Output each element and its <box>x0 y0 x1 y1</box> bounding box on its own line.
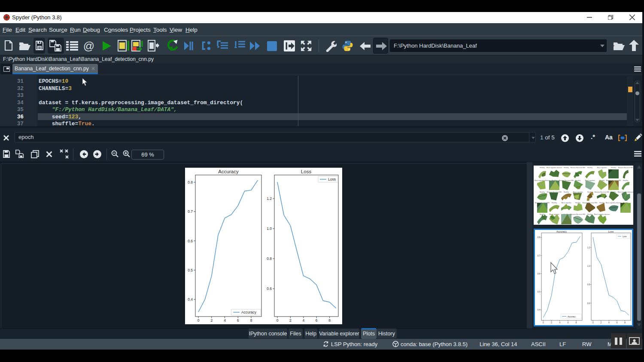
svg-text:2: 2 <box>289 318 292 323</box>
svg-text:0.8: 0.8 <box>538 236 541 238</box>
svg-text:Black sigatoka disease: Black sigatoka disease <box>547 167 562 169</box>
svg-text:0.5: 0.5 <box>538 291 541 293</box>
svg-text:0.6: 0.6 <box>538 273 541 275</box>
svg-text:Healthy: Healthy <box>540 167 545 169</box>
svg-text:Accuracy: Accuracy <box>218 169 239 174</box>
svg-text:4: 4 <box>302 318 304 323</box>
svg-text:Accuracy: Accuracy <box>568 316 576 318</box>
svg-text:Black sigatoka disease: Black sigatoka disease <box>535 180 550 181</box>
svg-text:Healthy: Healthy <box>540 191 545 193</box>
svg-text:0: 0 <box>276 318 279 323</box>
svg-text:1.2: 1.2 <box>587 247 590 249</box>
svg-text:0.6: 0.6 <box>267 287 272 291</box>
svg-text:Banana Bacterial Wilt: Banana Bacterial Wilt <box>595 191 609 193</box>
svg-text:0: 0 <box>197 318 200 323</box>
svg-text:Banana Bacterial Wilt: Banana Bacterial Wilt <box>571 214 585 215</box>
svg-text:Healthy: Healthy <box>623 180 628 181</box>
svg-text:Healthy: Healthy <box>552 202 557 204</box>
svg-text:Black sigatoka: Black sigatoka <box>549 214 559 215</box>
svg-text:Loss: Loss <box>328 177 336 181</box>
svg-text:Healthy: Healthy <box>575 202 580 204</box>
svg-text:Black sigatoka disease: Black sigatoka disease <box>594 214 610 215</box>
svg-text:1.0: 1.0 <box>587 265 590 267</box>
svg-text:6: 6 <box>237 318 239 323</box>
svg-text:8: 8 <box>250 318 252 323</box>
svg-text:Black sigatoka: Black sigatoka <box>573 191 583 193</box>
svg-text:0.7: 0.7 <box>538 255 541 257</box>
svg-text:Healthy: Healthy <box>587 167 592 169</box>
svg-text:0.6: 0.6 <box>587 302 590 305</box>
svg-text:Banana Bacterial Wilt: Banana Bacterial Wilt <box>559 180 574 181</box>
svg-text:0.4: 0.4 <box>538 309 541 311</box>
svg-text:Black sigatoka: Black sigatoka <box>561 202 571 204</box>
svg-text:Loss: Loss <box>608 230 614 233</box>
svg-text:Loss: Loss <box>623 235 627 238</box>
svg-text:Banana Bacterial Wilt: Banana Bacterial Wilt <box>583 202 597 204</box>
svg-text:0.8: 0.8 <box>587 284 590 286</box>
svg-text:0.5: 0.5 <box>188 268 193 272</box>
svg-text:0.8: 0.8 <box>188 180 193 184</box>
svg-text:Banana Bacterial Wilt: Banana Bacterial Wilt <box>618 167 633 169</box>
svg-text:Accuracy: Accuracy <box>241 310 257 314</box>
svg-text:0.8: 0.8 <box>267 256 272 261</box>
svg-text:8: 8 <box>328 318 331 323</box>
svg-text:0.6: 0.6 <box>188 239 193 243</box>
svg-text:6: 6 <box>316 318 318 323</box>
svg-text:Loss: Loss <box>301 169 312 174</box>
svg-text:1.2: 1.2 <box>267 196 272 201</box>
svg-text:0.7: 0.7 <box>188 209 193 214</box>
svg-text:1.0: 1.0 <box>267 226 272 231</box>
svg-text:Accuracy: Accuracy <box>556 230 567 233</box>
svg-text:Banana Bacterial Wilt: Banana Bacterial Wilt <box>571 167 585 169</box>
svg-text:Black sigatoka: Black sigatoka <box>597 167 607 169</box>
svg-text:4: 4 <box>224 318 226 323</box>
svg-text:Black sigatoka disease: Black sigatoka disease <box>606 202 622 204</box>
svg-text:Healthy: Healthy <box>564 167 569 169</box>
svg-text:Healthy: Healthy <box>611 167 616 169</box>
svg-text:2: 2 <box>210 318 213 323</box>
svg-text:Healthy: Healthy <box>564 191 569 193</box>
svg-text:0.4: 0.4 <box>188 297 193 302</box>
